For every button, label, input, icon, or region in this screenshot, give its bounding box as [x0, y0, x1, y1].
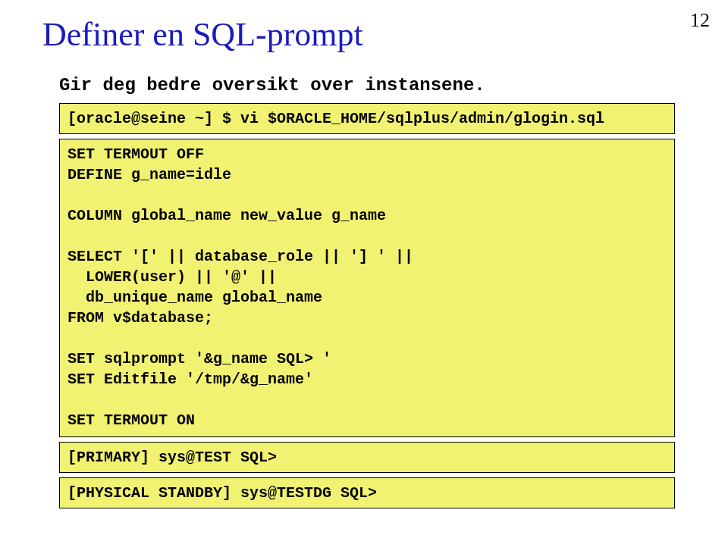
code-block-prompt-primary: [PRIMARY] sys@TEST SQL> [59, 442, 675, 473]
page-number: 12 [690, 9, 710, 32]
code-block-script: SET TERMOUT OFF DEFINE g_name=idle COLUM… [59, 139, 675, 437]
code-block-prompt-standby: [PHYSICAL STANDBY] sys@TESTDG SQL> [59, 477, 675, 508]
code-block-command: [oracle@seine ~] $ vi $ORACLE_HOME/sqlpl… [59, 103, 675, 134]
subtitle: Gir deg bedre oversikt over instansene. [59, 75, 728, 95]
page-title: Definer en SQL-prompt [42, 15, 728, 54]
